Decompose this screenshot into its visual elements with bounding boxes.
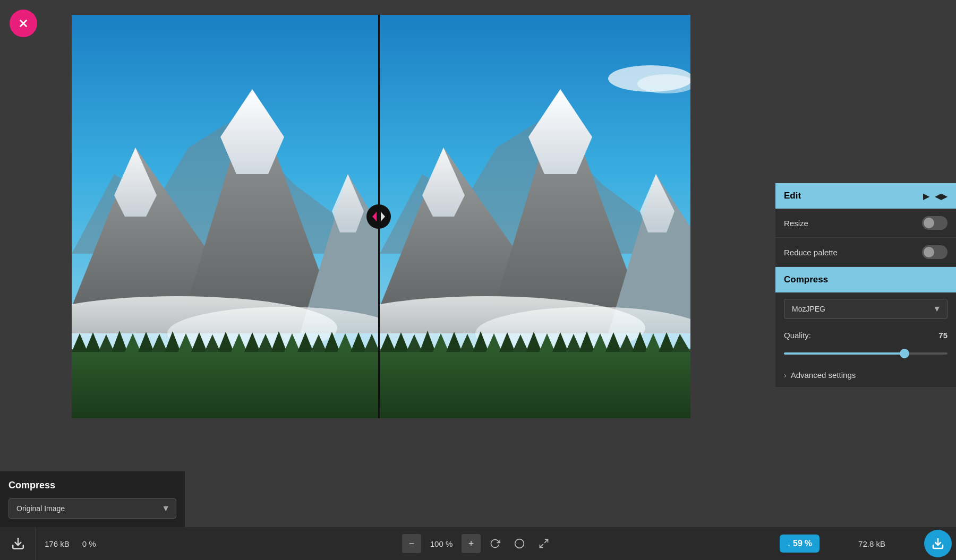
svg-point-75 <box>515 539 524 548</box>
resize-row: Resize <box>775 209 956 238</box>
svg-marker-73 <box>381 212 385 221</box>
svg-marker-72 <box>372 212 377 221</box>
codec-select[interactable]: MozJPEG WebP AVIF OxiPNG <box>784 299 948 319</box>
compress-source-select[interactable]: Original Image <box>8 498 176 519</box>
right-panel: Edit ▶ ◀▶ Resize Reduce palette Compress… <box>775 183 956 387</box>
zoom-in-button[interactable]: + <box>462 534 481 553</box>
crop-button[interactable] <box>509 533 530 554</box>
quality-value: 75 <box>938 331 948 340</box>
zoom-controls: − 100 % + <box>402 533 554 554</box>
compress-section-header: Compress <box>775 267 956 292</box>
rotate-button[interactable] <box>485 533 505 554</box>
edit-header-icons: ▶ ◀▶ <box>923 191 948 201</box>
reduce-palette-label: Reduce palette <box>784 248 838 257</box>
quality-label: Quality: <box>784 331 811 340</box>
original-image <box>72 15 380 418</box>
compare-icon-button[interactable]: ◀▶ <box>935 191 948 201</box>
split-drag-handle[interactable] <box>366 204 391 229</box>
terminal-icon-button[interactable]: ▶ <box>923 191 929 201</box>
svg-rect-12 <box>72 349 380 418</box>
download-button[interactable] <box>924 530 952 557</box>
codec-select-wrapper: MozJPEG WebP AVIF OxiPNG ▼ <box>784 299 948 319</box>
resize-toggle[interactable] <box>922 216 948 230</box>
reduce-palette-toggle[interactable] <box>922 245 948 259</box>
zoom-level-display: 100 % <box>425 539 457 548</box>
reduce-palette-row: Reduce palette <box>775 238 956 267</box>
compressed-image <box>380 15 690 418</box>
resize-toggle-knob <box>924 218 934 228</box>
close-button[interactable] <box>10 10 37 37</box>
compress-card-title: Compress <box>8 480 176 491</box>
savings-badge: ↓ 59 % <box>780 535 820 553</box>
advanced-settings-label: Advanced settings <box>791 371 856 380</box>
advanced-settings-row[interactable]: › Advanced settings <box>775 363 956 387</box>
quality-slider[interactable] <box>784 352 948 355</box>
toolbar-download-button[interactable] <box>0 527 36 560</box>
edit-section-header: Edit ▶ ◀▶ <box>775 183 956 209</box>
reduce-palette-toggle-knob <box>924 247 934 257</box>
original-file-size: 176 kB <box>36 539 78 548</box>
image-preview-area <box>72 15 690 418</box>
compress-select-wrapper: Original Image ▼ <box>8 498 176 519</box>
compress-card: Compress Original Image ▼ <box>0 471 185 527</box>
bottom-right-actions: ↓ 59 % 72.8 kB <box>775 527 956 560</box>
zoom-out-button[interactable]: − <box>402 534 421 553</box>
svg-rect-48 <box>380 349 690 418</box>
savings-arrow-icon: ↓ <box>787 539 791 548</box>
quality-row: Quality: 75 <box>775 325 956 345</box>
expand-button[interactable] <box>534 533 554 554</box>
edit-section-title: Edit <box>784 191 801 201</box>
resize-label: Resize <box>784 219 808 228</box>
compression-percent-display: 0 % <box>78 539 100 548</box>
svg-line-76 <box>545 540 548 543</box>
savings-percent: 59 <box>793 539 803 548</box>
advanced-settings-chevron-icon: › <box>784 371 787 380</box>
compress-section-title: Compress <box>784 274 828 285</box>
output-file-size: 72.8 kB <box>858 539 885 548</box>
quality-slider-wrapper <box>775 345 956 363</box>
savings-unit: % <box>805 539 812 548</box>
svg-line-77 <box>540 545 543 548</box>
